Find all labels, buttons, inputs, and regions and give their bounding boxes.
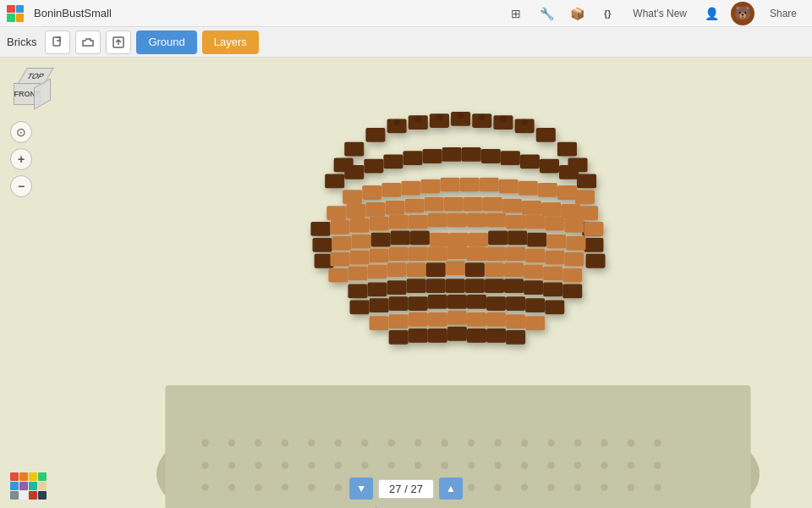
svg-rect-39 bbox=[499, 179, 518, 194]
viewport[interactable]: // Dots for baseplate - generated inline… bbox=[0, 58, 812, 508]
svg-rect-128 bbox=[562, 284, 582, 299]
svg-rect-91 bbox=[330, 252, 349, 267]
svg-rect-81 bbox=[391, 231, 410, 246]
tools-icon-btn[interactable]: 🔧 bbox=[535, 2, 558, 25]
svg-rect-87 bbox=[508, 231, 527, 246]
svg-rect-133 bbox=[428, 295, 447, 309]
svg-rect-47 bbox=[385, 201, 404, 215]
share-button[interactable]: Share bbox=[761, 4, 805, 23]
svg-point-194 bbox=[547, 439, 554, 446]
svg-point-170 bbox=[388, 461, 395, 468]
svg-rect-66 bbox=[370, 217, 389, 231]
svg-point-175 bbox=[521, 461, 528, 468]
code-icon-btn[interactable]: {} bbox=[595, 2, 619, 25]
svg-point-193 bbox=[521, 439, 528, 446]
svg-rect-86 bbox=[488, 231, 508, 246]
svg-rect-118 bbox=[367, 282, 387, 296]
svg-rect-123 bbox=[465, 279, 485, 293]
palette-purple[interactable] bbox=[19, 482, 28, 490]
svg-rect-53 bbox=[502, 199, 522, 213]
svg-rect-125 bbox=[504, 279, 524, 293]
palette-tan[interactable] bbox=[38, 482, 47, 490]
palette-darkred[interactable] bbox=[29, 491, 37, 500]
svg-point-166 bbox=[282, 461, 288, 468]
palette-white[interactable] bbox=[19, 491, 28, 500]
open-tool[interactable] bbox=[75, 30, 101, 54]
user-icon-btn[interactable]: 👤 bbox=[700, 2, 724, 25]
prev-layer-btn[interactable]: ▼ bbox=[349, 478, 373, 500]
palette-gray[interactable] bbox=[10, 491, 19, 500]
palette-teal[interactable] bbox=[29, 482, 37, 490]
svg-rect-77 bbox=[584, 222, 603, 236]
project-name[interactable]: BoninBustSmall bbox=[34, 7, 112, 19]
svg-rect-139 bbox=[545, 300, 564, 314]
avatar-btn[interactable]: 🐻 bbox=[731, 2, 754, 25]
svg-rect-94 bbox=[389, 246, 409, 261]
next-layer-btn[interactable]: ▲ bbox=[439, 478, 463, 500]
layer-navigation: ▼ 27 / 27 ▲ bbox=[349, 478, 463, 500]
svg-point-201 bbox=[255, 483, 261, 490]
svg-rect-68 bbox=[409, 215, 428, 229]
svg-rect-58 bbox=[310, 222, 330, 236]
svg-rect-132 bbox=[409, 296, 428, 311]
bricks-label: Bricks bbox=[7, 36, 36, 48]
palette-darkblue[interactable] bbox=[38, 491, 47, 500]
svg-rect-138 bbox=[525, 298, 545, 312]
svg-point-186 bbox=[335, 439, 342, 446]
svg-point-157 bbox=[414, 115, 421, 122]
svg-rect-41 bbox=[538, 183, 557, 197]
svg-point-210 bbox=[494, 483, 501, 490]
palette-orange[interactable] bbox=[19, 472, 28, 481]
top-navbar: BoninBustSmall ⊞ 🔧 📦 {} What's New 👤 🐻 S… bbox=[0, 0, 812, 27]
lego-scene[interactable]: // Dots for baseplate - generated inline… bbox=[68, 75, 795, 508]
new-file-tool[interactable] bbox=[45, 30, 70, 54]
svg-point-156 bbox=[393, 119, 400, 125]
zoom-fit-btn[interactable]: ⊙ bbox=[10, 121, 32, 143]
svg-rect-73 bbox=[506, 215, 525, 229]
svg-rect-135 bbox=[467, 295, 486, 309]
view-cube[interactable]: TOP FRONT bbox=[10, 68, 54, 112]
palette-green[interactable] bbox=[38, 472, 47, 481]
svg-rect-153 bbox=[467, 329, 486, 343]
svg-rect-57 bbox=[579, 206, 598, 220]
zoom-out-btn[interactable]: − bbox=[10, 175, 32, 197]
svg-rect-65 bbox=[350, 218, 370, 233]
svg-rect-83 bbox=[430, 233, 449, 247]
svg-rect-108 bbox=[407, 262, 426, 277]
svg-rect-33 bbox=[381, 183, 401, 197]
svg-rect-46 bbox=[365, 202, 385, 217]
svg-rect-99 bbox=[486, 246, 506, 261]
view-icon-btn[interactable]: 📦 bbox=[565, 2, 589, 25]
svg-rect-26 bbox=[501, 151, 520, 165]
svg-point-215 bbox=[628, 483, 634, 490]
svg-rect-42 bbox=[557, 185, 577, 200]
color-palette[interactable] bbox=[10, 472, 47, 500]
palette-red[interactable] bbox=[10, 472, 19, 481]
svg-rect-105 bbox=[348, 267, 367, 281]
ground-button[interactable]: Ground bbox=[136, 30, 196, 54]
svg-point-158 bbox=[436, 113, 442, 120]
layers-button[interactable]: Layers bbox=[202, 30, 259, 54]
svg-point-184 bbox=[282, 439, 288, 446]
svg-rect-146 bbox=[486, 312, 506, 327]
svg-rect-17 bbox=[325, 174, 344, 188]
palette-yellow[interactable] bbox=[29, 472, 37, 481]
svg-rect-80 bbox=[371, 233, 391, 247]
svg-rect-117 bbox=[348, 284, 367, 299]
tinkercad-logo[interactable] bbox=[7, 5, 27, 22]
zoom-in-btn[interactable]: + bbox=[10, 148, 32, 170]
svg-point-169 bbox=[361, 461, 368, 468]
export-tool[interactable] bbox=[106, 30, 131, 54]
svg-rect-22 bbox=[423, 149, 442, 163]
svg-rect-0 bbox=[53, 37, 60, 46]
svg-rect-24 bbox=[462, 147, 481, 162]
svg-point-214 bbox=[601, 483, 607, 490]
svg-point-212 bbox=[547, 483, 554, 490]
palette-blue[interactable] bbox=[10, 482, 19, 490]
svg-rect-129 bbox=[350, 300, 370, 314]
svg-point-177 bbox=[574, 461, 581, 468]
svg-rect-19 bbox=[364, 159, 383, 174]
grid-icon-btn[interactable]: ⊞ bbox=[504, 2, 528, 25]
whats-new-button[interactable]: What's New bbox=[626, 4, 694, 23]
svg-rect-115 bbox=[543, 267, 562, 281]
